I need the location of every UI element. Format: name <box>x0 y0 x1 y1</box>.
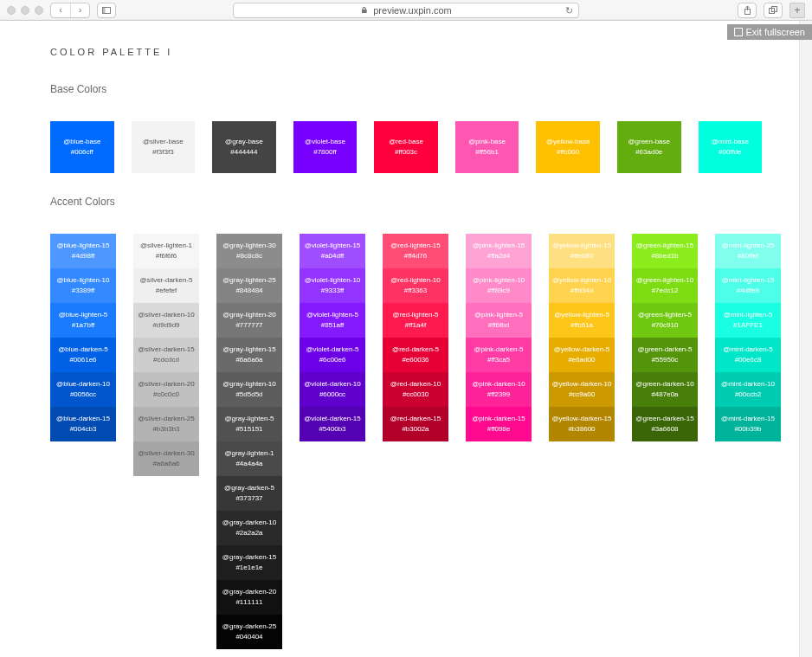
color-swatch: @mint-darken-10#00ccb2 <box>715 372 781 407</box>
color-swatch: @green-darken-5#55950c <box>632 338 698 372</box>
swatch-hex: #848484 <box>235 286 262 296</box>
swatch-hex: #1a7bff <box>72 320 95 331</box>
page-viewport: COLOR PALETTE I Base Colors @blue-base#0… <box>0 21 812 657</box>
swatch-hex: #ff2399 <box>487 390 511 400</box>
color-column: @red-lighten-15#ff4d76@red-lighten-10#ff… <box>383 234 448 441</box>
color-swatch: @pink-darken-15#ff098e <box>466 407 532 441</box>
color-swatch: @blue-lighten-5#1a7bff <box>50 303 116 338</box>
lock-icon: 🔒︎ <box>360 6 368 15</box>
tabs-button[interactable] <box>764 3 783 18</box>
swatch-name: @red-darken-10 <box>390 379 441 390</box>
swatch-name: @blue-base <box>63 137 100 147</box>
page-title: COLOR PALETTE I <box>50 47 762 57</box>
color-swatch: @red-lighten-15#ff4d76 <box>383 234 448 268</box>
swatch-hex: #515151 <box>235 424 262 435</box>
swatch-name: @red-darken-5 <box>392 345 439 355</box>
swatch-hex: #5d5d5d <box>235 390 262 400</box>
swatch-hex: #ff3ca5 <box>487 355 510 365</box>
swatch-hex: #777777 <box>235 320 262 331</box>
reload-icon[interactable]: ↻ <box>565 4 573 16</box>
swatch-hex: #6c00e6 <box>319 355 346 365</box>
swatch-hex: #00ffde <box>719 147 742 158</box>
swatch-hex: #80ffef <box>738 251 758 261</box>
swatch-name: @green-lighten-10 <box>636 275 693 286</box>
swatch-name: @pink-lighten-5 <box>474 310 523 320</box>
swatch-name: @mint-darken-15 <box>721 414 775 424</box>
swatch-name: @blue-darken-5 <box>58 345 107 355</box>
swatch-name: @blue-lighten-10 <box>56 275 109 286</box>
new-tab-button[interactable]: + <box>789 3 805 18</box>
color-swatch: @mint-lighten-15#4dffe8 <box>715 268 781 303</box>
close-window-button[interactable] <box>7 6 16 15</box>
nav-back-forward: ‹ › <box>50 3 90 18</box>
color-swatch: @mint-base#00ffde <box>699 121 763 173</box>
color-swatch: @pink-lighten-15#ffa2d4 <box>466 234 532 268</box>
color-swatch: @red-darken-15#b3002a <box>383 407 448 441</box>
color-swatch: @blue-darken-15#004cb3 <box>50 407 116 441</box>
color-swatch: @pink-darken-5#ff3ca5 <box>466 338 532 372</box>
swatch-hex: #ffc000 <box>557 147 579 158</box>
swatch-name: @pink-darken-5 <box>474 345 523 355</box>
swatch-hex: #ff56b1 <box>475 147 499 158</box>
swatch-name: @pink-lighten-10 <box>473 275 525 286</box>
swatch-name: @mint-lighten-5 <box>724 310 773 320</box>
window-controls <box>7 6 43 15</box>
color-swatch: @blue-base#006cff <box>50 121 114 173</box>
accent-colors-row: @blue-lighten-15#4d98ff@blue-lighten-10#… <box>50 234 762 649</box>
color-swatch: @silver-darken-30#a6a6a6 <box>133 441 199 476</box>
swatch-hex: #ff6fbd <box>488 320 509 331</box>
color-swatch: @green-lighten-5#70c910 <box>632 303 698 338</box>
color-column: @green-lighten-15#8bed1b@green-lighten-1… <box>632 234 698 441</box>
color-swatch: @gray-lighten-1#4a4a4a <box>216 441 282 476</box>
color-column: @yellow-lighten-15#ffe080@yellow-lighten… <box>549 234 615 441</box>
base-colors-row: @blue-base#006cff@silver-base#f3f3f3@gra… <box>50 121 762 173</box>
fullscreen-icon <box>734 28 743 36</box>
swatch-name: @violet-base <box>305 137 345 147</box>
swatch-name: @violet-darken-5 <box>306 345 358 355</box>
swatch-hex: #111111 <box>235 597 262 608</box>
swatch-name: @gray-darken-5 <box>224 483 274 493</box>
maximize-window-button[interactable] <box>35 6 43 15</box>
swatch-name: @yellow-darken-15 <box>551 414 611 424</box>
swatch-name: @pink-lighten-15 <box>473 241 525 251</box>
swatch-hex: #ff003c <box>395 147 417 158</box>
share-button[interactable] <box>738 3 757 18</box>
scrollbar-track[interactable] <box>799 21 812 657</box>
forward-button[interactable]: › <box>70 3 89 17</box>
swatch-hex: #a04dff <box>321 251 345 261</box>
swatch-hex: #8c8c8c <box>236 251 262 261</box>
swatch-hex: #00ccb2 <box>735 390 761 400</box>
swatch-name: @yellow-lighten-10 <box>552 275 611 286</box>
accent-colors-heading: Accent Colors <box>50 196 762 208</box>
swatch-name: @yellow-lighten-5 <box>554 310 609 320</box>
swatch-name: @mint-darken-10 <box>721 379 775 390</box>
swatch-name: @mint-lighten-25 <box>721 241 774 251</box>
color-swatch: @red-base#ff003c <box>374 121 438 173</box>
color-swatch: @gray-lighten-20#777777 <box>216 303 282 338</box>
swatch-name: @gray-lighten-15 <box>222 345 275 355</box>
color-swatch: @gray-darken-10#2a2a2a <box>216 511 282 545</box>
swatch-hex: #3a6608 <box>651 424 678 435</box>
color-swatch: @yellow-lighten-5#ffc61a <box>549 303 615 338</box>
address-bar[interactable]: 🔒︎ preview.uxpin.com ↻ <box>233 3 579 18</box>
exit-fullscreen-button[interactable]: Exit fullscreen <box>727 24 812 40</box>
swatch-name: @silver-darken-10 <box>138 310 194 320</box>
swatch-name: @gray-lighten-30 <box>222 241 275 251</box>
minimize-window-button[interactable] <box>21 6 29 15</box>
color-swatch: @silver-darken-10#d9d9d9 <box>133 303 199 338</box>
swatch-hex: #ffe080 <box>570 251 594 261</box>
swatch-hex: #8bed1b <box>651 251 678 261</box>
back-button[interactable]: ‹ <box>51 3 70 17</box>
swatch-hex: #1e1e1e <box>235 563 262 573</box>
color-swatch: @green-darken-15#3a6608 <box>632 407 698 441</box>
swatch-hex: #487e0a <box>651 390 678 400</box>
swatch-hex: #373737 <box>235 493 262 504</box>
swatch-hex: #4d98ff <box>72 251 95 261</box>
base-colors-heading: Base Colors <box>50 83 762 95</box>
swatch-name: @green-base <box>628 137 670 147</box>
color-swatch: @silver-darken-20#c0c0c0 <box>133 372 199 407</box>
color-column: @blue-lighten-15#4d98ff@blue-lighten-10#… <box>50 234 116 441</box>
sidebar-toggle-button[interactable] <box>97 3 116 18</box>
color-swatch: @yellow-darken-15#b38600 <box>549 407 615 441</box>
color-column: @mint-lighten-25#80ffef@mint-lighten-15#… <box>715 234 781 441</box>
